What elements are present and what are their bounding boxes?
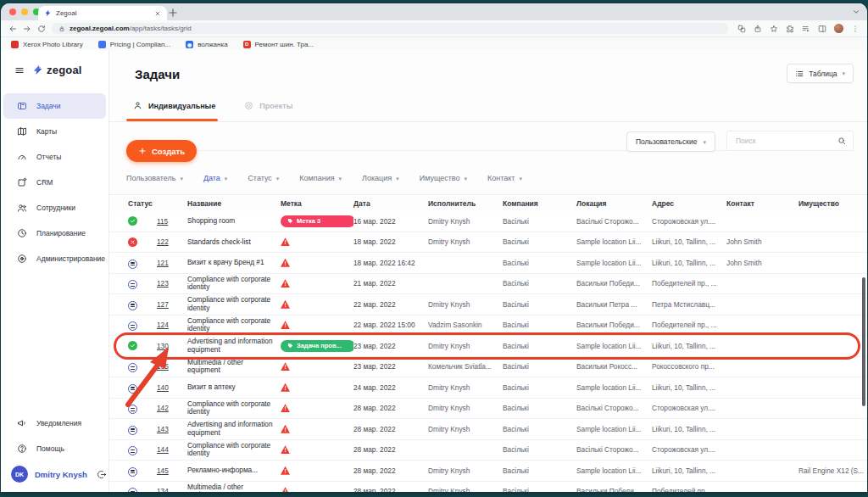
filter-presets-dropdown[interactable]: Пользовательские ▾ [626, 131, 715, 152]
new-tab-button[interactable] [167, 7, 179, 19]
table-row[interactable]: 115Shopping roomМетка 316 мар. 2022Dmitr… [109, 211, 867, 232]
share-icon[interactable] [754, 25, 762, 33]
task-id-link[interactable]: 124 [157, 321, 169, 329]
profile-avatar[interactable] [834, 24, 843, 33]
reload-icon[interactable] [37, 25, 46, 33]
logout-icon[interactable] [97, 470, 107, 479]
filter-контакт[interactable]: Контакт▾ [487, 174, 522, 182]
column-header[interactable]: Статус [128, 199, 187, 208]
filter-пользователь[interactable]: Пользователь▾ [126, 174, 183, 182]
task-id-link[interactable]: 140 [157, 383, 169, 392]
status-assigned-icon [128, 405, 137, 414]
window-close-button[interactable] [9, 8, 16, 15]
filter-компания[interactable]: Компания▾ [299, 174, 342, 182]
bookmark-item[interactable]: Xerox Photo Library [11, 41, 83, 48]
table-row[interactable]: 134Multimedia / other equipment!28 мар. … [109, 482, 867, 493]
task-id-link[interactable]: 142 [157, 404, 169, 412]
column-header[interactable]: Компания [503, 199, 576, 208]
table-row[interactable]: 142Compliance with corporate identity!28… [109, 399, 867, 420]
table-row[interactable]: 143Advertising and information equipment… [109, 419, 867, 440]
filter-дата[interactable]: Дата▾ [203, 174, 227, 182]
bookmark-item[interactable]: ◉волжанка [186, 41, 227, 48]
bookmark-label: Pricing | Complian... [110, 41, 170, 48]
url-bar[interactable]: zegoal.zegoal.com/app/tasks/tasks/grid [52, 23, 728, 34]
table-row[interactable]: 130Advertising and information equipment… [109, 336, 867, 357]
sidebar-item-карты[interactable]: Карты [3, 119, 106, 144]
task-id-link[interactable]: 121 [157, 259, 169, 267]
filter-имущество[interactable]: Имущество▾ [420, 174, 467, 182]
task-id-link[interactable]: 145 [157, 466, 169, 475]
status-assigned-icon [128, 280, 137, 289]
tab-close-icon[interactable] [154, 10, 161, 17]
create-task-button[interactable]: Создать [126, 140, 197, 162]
table-row[interactable]: 123Compliance with corporate identity!21… [109, 274, 867, 295]
status-assigned-icon [128, 301, 137, 310]
table-row[interactable]: 140Визит в аптеку!24 мар. 2022Dmitry Kny… [109, 377, 867, 399]
browser-tab[interactable]: Zegoal [38, 6, 167, 20]
column-header[interactable]: Имущество [798, 199, 867, 208]
column-header[interactable]: Локация [576, 199, 652, 208]
sidebar-item-отчеты[interactable]: Отчеты [3, 144, 106, 170]
table-row[interactable]: 122Standards check-list!18 мар. 2022Dmit… [109, 232, 867, 254]
search-input[interactable] [734, 136, 832, 146]
vertical-scrollbar[interactable] [862, 277, 865, 406]
media-queue-icon[interactable] [802, 25, 810, 33]
task-id-link[interactable]: 122 [157, 237, 169, 246]
hamburger-menu-icon[interactable] [14, 65, 25, 75]
column-header[interactable]: Исполнитель [428, 199, 503, 208]
status-assigned-icon [128, 446, 137, 455]
sidebar-item-notifications[interactable]: Уведомления [3, 410, 106, 436]
task-executor: Dmitry Knysh [428, 404, 503, 412]
task-id-link[interactable]: 135 [157, 362, 169, 371]
bookmark-item[interactable]: Pricing | Complian... [98, 41, 170, 48]
search-icon[interactable] [837, 137, 846, 145]
browser-menu-icon[interactable] [851, 25, 860, 33]
filter-статус[interactable]: Статус▾ [248, 174, 279, 182]
table-row[interactable]: 124Compliance with corporate identity!22… [109, 316, 867, 337]
chevron-down-icon[interactable] [852, 8, 860, 16]
table-row[interactable]: 144Compliance with corporate identity!28… [109, 440, 867, 461]
column-header[interactable]: Адрес [652, 199, 726, 208]
task-executor: Dmitry Knysh [428, 237, 503, 246]
sidebar-item-help[interactable]: Помощь [3, 436, 106, 461]
task-id-link[interactable]: 123 [157, 279, 169, 288]
task-id-link[interactable]: 115 [157, 217, 168, 226]
filter-локация[interactable]: Локация▾ [362, 174, 399, 182]
table-row[interactable]: 121Визит к врачу Бренд #1!18 мар. 2022 1… [109, 253, 867, 274]
translate-icon[interactable] [737, 25, 746, 33]
sidebar-item-crm[interactable]: CRM [3, 170, 106, 195]
sidebar-panel-icon[interactable] [818, 25, 826, 33]
table-row[interactable]: 135Multimedia / other equipment!23 мар. … [109, 357, 867, 378]
task-address: Liikuri, 10, Tallinn, ... [652, 237, 726, 246]
task-id-link[interactable]: 144 [157, 445, 169, 454]
extensions-icon[interactable] [786, 25, 794, 33]
column-header[interactable]: Название [187, 199, 281, 208]
task-id-link[interactable]: 143 [157, 425, 169, 433]
column-header[interactable]: Контакт [726, 199, 798, 208]
column-header[interactable]: Дата [353, 199, 428, 208]
bookmark-item[interactable]: DРемонт шин. Тра... [243, 41, 314, 48]
back-icon[interactable] [8, 25, 17, 33]
sidebar-item-сотрудники[interactable]: Сотрудники [3, 195, 106, 221]
sidebar-item-задачи[interactable]: Задачи [3, 93, 106, 119]
task-id-link[interactable]: 130 [157, 342, 169, 350]
column-header[interactable]: Метка [281, 199, 353, 208]
sidebar-item-администрирование[interactable]: Администрирование [3, 246, 106, 271]
sidebar-item-планирование[interactable]: Планирование [3, 221, 106, 246]
forward-icon[interactable] [23, 25, 31, 33]
tab-projects[interactable]: Проекты [244, 101, 292, 110]
table-row[interactable]: 145Рекламно-информа...!28 мар. 2022Dmitr… [109, 461, 867, 482]
table-row[interactable]: 127Compliance with corporate identity!22… [109, 294, 867, 316]
status-assigned-icon [128, 467, 137, 477]
browser-window: Zegoal zegoal.zegoal.com/app/tasks/tasks… [1, 3, 867, 492]
tab-individual[interactable]: Индивидуальные [133, 101, 215, 110]
task-id-link[interactable]: 127 [157, 300, 169, 309]
view-mode-button[interactable]: Таблица ▾ [787, 64, 854, 83]
star-icon[interactable] [770, 25, 778, 33]
task-id-link[interactable]: 134 [157, 487, 169, 492]
status-assigned-icon [128, 384, 137, 394]
divider [109, 121, 867, 122]
task-location: Васильки Победи... [576, 321, 652, 329]
window-minimize-button[interactable] [21, 8, 28, 15]
user-profile[interactable]: DK Dmitry Knysh [1, 461, 108, 487]
